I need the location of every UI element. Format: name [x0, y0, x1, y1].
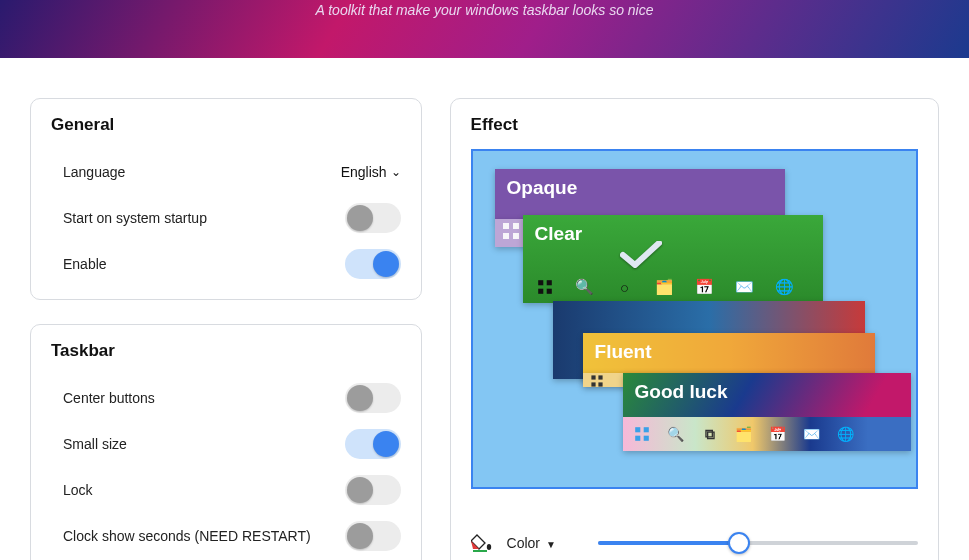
row-lock: Lock: [51, 467, 401, 513]
search-icon: 🔍: [665, 423, 687, 445]
mail-icon: ✉️: [801, 423, 823, 445]
taskbar-card: Taskbar Center buttons Small size Lock C…: [30, 324, 422, 560]
effect-option-clear[interactable]: Clear 🔍 ○ 🗂️ 📅 ✉️ 🌐: [523, 215, 823, 303]
lock-toggle[interactable]: [345, 475, 401, 505]
center-toggle[interactable]: [345, 383, 401, 413]
row-enable: Enable: [51, 241, 401, 287]
language-label: Language: [63, 164, 125, 180]
header-subtitle: A toolkit that make your windows taskbar…: [316, 2, 654, 18]
explorer-icon: 🗂️: [733, 423, 755, 445]
chevron-down-icon: ⌄: [391, 165, 401, 179]
paint-bucket-icon[interactable]: [471, 533, 493, 553]
row-language: Language English ⌄: [51, 149, 401, 195]
right-column: Effect Opaque Clear 🔍 ○ 🗂️ 📅: [450, 98, 939, 560]
startup-toggle[interactable]: [345, 203, 401, 233]
dropdown-arrow-icon[interactable]: ▼: [546, 539, 556, 550]
effect-option-goodluck[interactable]: Good luck 🔍 ⧉ 🗂️ 📅 ✉️ 🌐: [623, 373, 911, 451]
row-small: Small size: [51, 421, 401, 467]
color-slider[interactable]: [598, 533, 918, 553]
cortana-icon: ○: [615, 277, 635, 297]
clear-taskbar-icons: 🔍 ○ 🗂️ 📅 ✉️ 🌐: [535, 277, 795, 297]
effect-option-opaque[interactable]: Opaque: [495, 169, 785, 221]
calendar-icon: 📅: [767, 423, 789, 445]
clock-toggle[interactable]: [345, 521, 401, 551]
slider-thumb[interactable]: [728, 532, 750, 554]
startup-label: Start on system startup: [63, 210, 207, 226]
center-label: Center buttons: [63, 390, 155, 406]
svg-point-1: [486, 544, 490, 550]
explorer-icon: 🗂️: [655, 277, 675, 297]
windows-icon: [591, 375, 602, 386]
general-title: General: [51, 115, 401, 135]
enable-label: Enable: [63, 256, 107, 272]
language-select[interactable]: English ⌄: [341, 164, 401, 180]
windows-icon: [631, 423, 653, 445]
edge-icon: 🌐: [775, 277, 795, 297]
left-column: General Language English ⌄ Start on syst…: [30, 98, 422, 560]
svg-rect-0: [473, 550, 487, 552]
enable-toggle[interactable]: [345, 249, 401, 279]
color-label: Color ▼: [507, 535, 556, 551]
small-label: Small size: [63, 436, 127, 452]
row-center: Center buttons: [51, 375, 401, 421]
main-content: General Language English ⌄ Start on syst…: [0, 58, 969, 560]
effect-title: Effect: [471, 115, 918, 135]
small-toggle[interactable]: [345, 429, 401, 459]
edge-icon: 🌐: [835, 423, 857, 445]
header-banner: A toolkit that make your windows taskbar…: [0, 0, 969, 58]
taskview-icon: ⧉: [699, 423, 721, 445]
checkmark-icon: [619, 241, 663, 269]
color-row: Color ▼: [471, 533, 918, 553]
lock-label: Lock: [63, 482, 93, 498]
search-icon: 🔍: [575, 277, 595, 297]
effect-card: Effect Opaque Clear 🔍 ○ 🗂️ 📅: [450, 98, 939, 560]
effect-preview: Opaque Clear 🔍 ○ 🗂️ 📅 ✉️ 🌐: [471, 149, 918, 489]
language-value: English: [341, 164, 387, 180]
taskbar-title: Taskbar: [51, 341, 401, 361]
general-card: General Language English ⌄ Start on syst…: [30, 98, 422, 300]
windows-icon: [535, 277, 555, 297]
clock-label: Clock show seconds (NEED RESTART): [63, 528, 311, 544]
mail-icon: ✉️: [735, 277, 755, 297]
row-startup: Start on system startup: [51, 195, 401, 241]
goodluck-taskbar: 🔍 ⧉ 🗂️ 📅 ✉️ 🌐: [623, 417, 911, 451]
row-clock: Clock show seconds (NEED RESTART): [51, 513, 401, 559]
calendar-icon: 📅: [695, 277, 715, 297]
windows-icon: [503, 223, 519, 239]
